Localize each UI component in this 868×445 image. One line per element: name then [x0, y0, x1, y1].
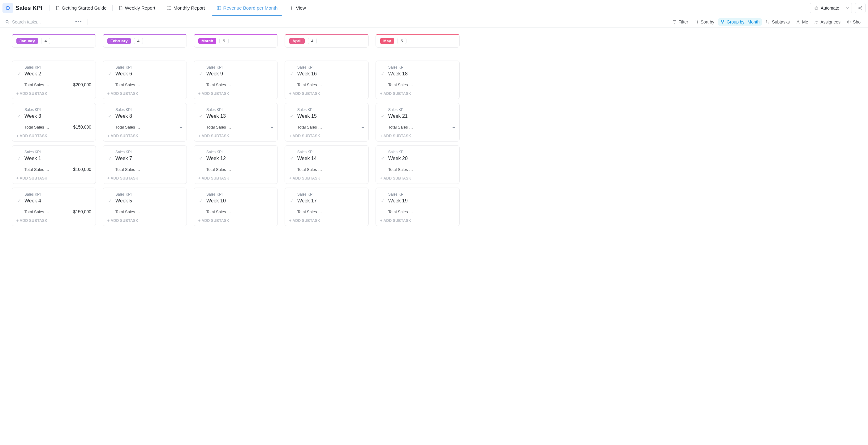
check-icon[interactable]: ✓	[107, 71, 112, 77]
column-header[interactable]: May5	[375, 34, 460, 47]
task-card[interactable]: Sales KPI✓Week 19Total Sales …–+ ADD SUB…	[375, 187, 460, 226]
share-button[interactable]	[855, 3, 866, 13]
count-pill: 4	[134, 38, 143, 44]
tab-revenue-board[interactable]: Revenue Board per Month	[212, 0, 282, 16]
project-label: Sales KPI	[25, 150, 91, 154]
task-card[interactable]: Sales KPI✓Week 6Total Sales …–+ ADD SUBT…	[103, 61, 187, 99]
add-subtask-button[interactable]: + ADD SUBTASK	[198, 92, 273, 96]
subtasks-button[interactable]: Subtasks	[763, 18, 792, 26]
task-card[interactable]: Sales KPI✓Week 21Total Sales …–+ ADD SUB…	[375, 103, 460, 141]
tab-getting-started[interactable]: Getting Started Guide	[51, 0, 111, 16]
add-subtask-button[interactable]: + ADD SUBTASK	[289, 176, 364, 180]
task-card[interactable]: Sales KPI✓Week 15Total Sales …–+ ADD SUB…	[285, 103, 369, 141]
add-subtask-button[interactable]: + ADD SUBTASK	[380, 92, 455, 96]
task-card[interactable]: Sales KPI✓Week 2Total Sales …$200,000+ A…	[12, 61, 96, 99]
check-icon[interactable]: ✓	[198, 156, 203, 161]
column-header[interactable]: February4	[103, 34, 187, 47]
add-subtask-button[interactable]: + ADD SUBTASK	[17, 218, 91, 223]
task-card[interactable]: Sales KPI✓Week 8Total Sales …–+ ADD SUBT…	[103, 103, 187, 141]
groupby-button[interactable]: Group by: Month	[718, 18, 762, 26]
task-card[interactable]: Sales KPI✓Week 7Total Sales …–+ ADD SUBT…	[103, 145, 187, 184]
check-icon[interactable]: ✓	[198, 71, 203, 77]
task-card[interactable]: Sales KPI✓Week 17Total Sales …–+ ADD SUB…	[285, 187, 369, 226]
filter-icon	[673, 20, 677, 24]
add-subtask-button[interactable]: + ADD SUBTASK	[289, 218, 364, 223]
add-subtask-button[interactable]: + ADD SUBTASK	[17, 92, 91, 96]
assignees-button[interactable]: Assignees	[812, 18, 843, 26]
check-icon[interactable]: ✓	[17, 71, 21, 77]
check-icon[interactable]: ✓	[289, 198, 294, 204]
task-title: Week 16	[297, 71, 317, 77]
tab-label: Revenue Board per Month	[223, 5, 278, 10]
check-icon[interactable]: ✓	[107, 198, 112, 204]
add-subtask-button[interactable]: + ADD SUBTASK	[380, 218, 455, 223]
task-card[interactable]: Sales KPI✓Week 10Total Sales …–+ ADD SUB…	[194, 187, 278, 226]
add-subtask-button[interactable]: + ADD SUBTASK	[198, 134, 273, 138]
sort-button[interactable]: Sort by	[692, 18, 717, 26]
task-card[interactable]: Sales KPI✓Week 9Total Sales …–+ ADD SUBT…	[194, 61, 278, 99]
metric-row: Total Sales …–	[198, 125, 273, 130]
workspace-icon[interactable]	[2, 3, 13, 13]
more-options[interactable]: •••	[75, 19, 82, 25]
check-icon[interactable]: ✓	[380, 71, 385, 77]
svg-point-6	[859, 7, 860, 8]
task-title: Week 10	[206, 198, 226, 204]
tab-weekly-report[interactable]: Weekly Report	[114, 0, 160, 16]
automate-dropdown[interactable]	[843, 3, 851, 13]
search-input[interactable]	[12, 20, 65, 25]
task-card[interactable]: Sales KPI✓Week 14Total Sales …–+ ADD SUB…	[285, 145, 369, 184]
add-subtask-button[interactable]: + ADD SUBTASK	[107, 92, 182, 96]
add-subtask-button[interactable]: + ADD SUBTASK	[107, 134, 182, 138]
check-icon[interactable]: ✓	[198, 198, 203, 204]
column-header[interactable]: March5	[194, 34, 278, 47]
check-icon[interactable]: ✓	[289, 156, 294, 161]
check-icon[interactable]: ✓	[107, 156, 112, 161]
add-subtask-button[interactable]: + ADD SUBTASK	[17, 176, 91, 180]
task-card[interactable]: Sales KPI✓Week 18Total Sales …–+ ADD SUB…	[375, 61, 460, 99]
task-card[interactable]: Sales KPI✓Week 13Total Sales …–+ ADD SUB…	[194, 103, 278, 141]
me-button[interactable]: Me	[794, 18, 810, 26]
search-icon	[5, 20, 9, 24]
filter-button[interactable]: Filter	[670, 18, 691, 26]
automate-group: Automate	[810, 3, 852, 13]
column-header[interactable]: April4	[285, 34, 369, 47]
check-icon[interactable]: ✓	[107, 113, 112, 119]
metric-row: Total Sales …–	[380, 125, 455, 130]
add-subtask-button[interactable]: + ADD SUBTASK	[289, 134, 364, 138]
task-card[interactable]: Sales KPI✓Week 5Total Sales …–+ ADD SUBT…	[103, 187, 187, 226]
add-subtask-button[interactable]: + ADD SUBTASK	[198, 176, 273, 180]
task-card[interactable]: Sales KPI✓Week 20Total Sales …–+ ADD SUB…	[375, 145, 460, 184]
check-icon[interactable]: ✓	[17, 198, 21, 204]
task-card[interactable]: Sales KPI✓Week 16Total Sales …–+ ADD SUB…	[285, 61, 369, 99]
add-subtask-button[interactable]: + ADD SUBTASK	[380, 134, 455, 138]
add-subtask-button[interactable]: + ADD SUBTASK	[289, 92, 364, 96]
metric-row: Total Sales …–	[380, 209, 455, 214]
tab-add-view[interactable]: View	[285, 0, 310, 16]
task-card[interactable]: Sales KPI✓Week 1Total Sales …$100,000+ A…	[12, 145, 96, 184]
check-icon[interactable]: ✓	[289, 71, 294, 77]
check-icon[interactable]: ✓	[17, 113, 21, 119]
check-icon[interactable]: ✓	[380, 156, 385, 161]
check-icon[interactable]: ✓	[380, 113, 385, 119]
automate-button[interactable]: Automate	[810, 3, 843, 13]
add-subtask-button[interactable]: + ADD SUBTASK	[107, 176, 182, 180]
check-icon[interactable]: ✓	[198, 113, 203, 119]
column-header[interactable]: January4	[12, 34, 96, 47]
add-subtask-button[interactable]: + ADD SUBTASK	[17, 134, 91, 138]
add-subtask-button[interactable]: + ADD SUBTASK	[380, 176, 455, 180]
project-label: Sales KPI	[388, 192, 455, 197]
show-button[interactable]: Sho	[844, 18, 863, 26]
task-card[interactable]: Sales KPI✓Week 4Total Sales …$150,000+ A…	[12, 187, 96, 226]
groupby-label: Group by:	[726, 20, 745, 25]
check-icon[interactable]: ✓	[380, 198, 385, 204]
person-icon	[796, 20, 800, 24]
metric-label: Total Sales …	[115, 167, 140, 172]
tab-monthly-report[interactable]: Monthly Report	[162, 0, 210, 16]
task-title: Week 4	[25, 198, 41, 204]
add-subtask-button[interactable]: + ADD SUBTASK	[107, 218, 182, 223]
task-card[interactable]: Sales KPI✓Week 3Total Sales …$150,000+ A…	[12, 103, 96, 141]
check-icon[interactable]: ✓	[17, 156, 21, 161]
add-subtask-button[interactable]: + ADD SUBTASK	[198, 218, 273, 223]
check-icon[interactable]: ✓	[289, 113, 294, 119]
task-card[interactable]: Sales KPI✓Week 12Total Sales …–+ ADD SUB…	[194, 145, 278, 184]
